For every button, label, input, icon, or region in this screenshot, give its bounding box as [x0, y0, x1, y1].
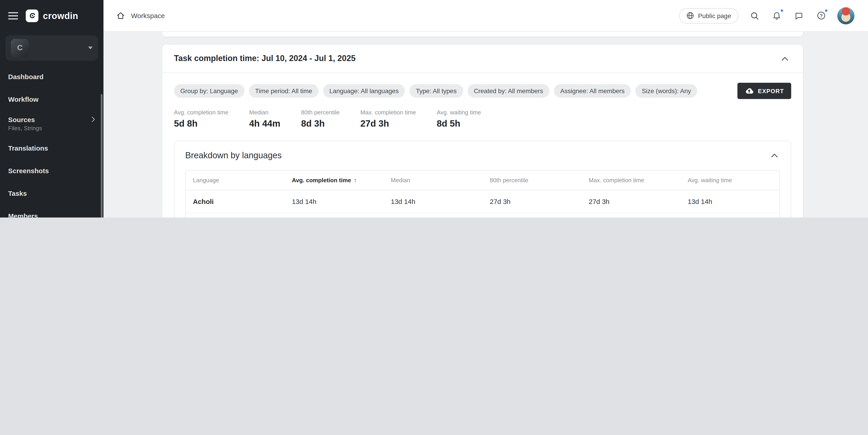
sidebar-scrollbar-thumb[interactable] [101, 94, 102, 218]
notifications-bell-icon[interactable] [771, 10, 783, 22]
cell-avg-waiting: 4d 22h [680, 213, 779, 218]
breakdown-header: Breakdown by languages [175, 141, 791, 170]
sidebar-item-sublabel: Files, Strings [8, 124, 95, 132]
task-completion-card: Task completion time: Jul 10, 2024 - Jul… [162, 45, 803, 218]
stat-value: 8d 5h [437, 118, 481, 129]
filter-chip-type[interactable]: Type: All types [410, 84, 463, 98]
stat-avg-completion: Avg. completion time 5d 8h [174, 109, 228, 129]
crowdin-logo-icon [26, 9, 38, 22]
svg-text:?: ? [819, 13, 823, 19]
cell-median: 13d 14h [383, 190, 483, 213]
cell-avg-waiting: 13d 14h [680, 190, 779, 213]
export-label: EXPORT [758, 87, 784, 94]
sidebar-item-dashboard[interactable]: Dashboard [0, 65, 103, 88]
filter-chip-time-period[interactable]: Time period: All time [249, 84, 318, 98]
sidebar-item-tasks[interactable]: Tasks [0, 182, 103, 204]
sidebar-item-workflow[interactable]: Workflow [0, 88, 103, 110]
breadcrumb: Workspace [116, 11, 165, 20]
caret-down-icon [88, 47, 93, 49]
languages-table: Language Avg. completion time↑ Median 80… [185, 170, 780, 218]
filter-chip-created-by[interactable]: Created by: All members [467, 84, 550, 98]
sidebar: crowdin C Dashboard Workflow Sources Fil… [0, 0, 103, 218]
cell-median: 1d 13h [383, 213, 483, 218]
sidebar-nav: Dashboard Workflow Sources Files, String… [0, 62, 103, 218]
column-header-median[interactable]: Median [383, 171, 483, 190]
task-completion-filters: Group by: Language Time period: All time… [174, 83, 791, 99]
stat-value: 4h 44m [249, 118, 280, 129]
sidebar-item-members[interactable]: Members [0, 204, 103, 218]
crowdin-logo-text: crowdin [43, 11, 78, 21]
messages-icon[interactable] [793, 10, 805, 22]
collapse-breakdown-button[interactable] [766, 147, 783, 164]
stat-value: 5d 8h [174, 118, 228, 129]
stat-value: 8d 3h [301, 118, 340, 129]
cell-80th-percentile: 27d 3h [483, 190, 582, 213]
sidebar-item-sources[interactable]: Sources Files, Strings [0, 110, 103, 137]
breakdown-title: Breakdown by languages [185, 151, 282, 161]
column-header-max-completion-time[interactable]: Max. completion time [582, 171, 680, 190]
cloud-upload-icon [745, 87, 754, 94]
sidebar-item-label: Sources [8, 116, 35, 123]
globe-icon [686, 12, 694, 20]
workspace-selector[interactable]: C [5, 35, 98, 61]
stat-label: Median [249, 109, 280, 116]
summary-stats: Avg. completion time 5d 8h Median 4h 44m… [174, 109, 791, 129]
filter-chip-assignee[interactable]: Assignee: All members [554, 84, 631, 98]
task-completion-header: Task completion time: Jul 10, 2024 - Jul… [162, 45, 803, 73]
public-page-label: Public page [698, 12, 731, 19]
crowdin-logo[interactable]: crowdin [26, 9, 78, 22]
breakdown-by-languages-card: Breakdown by languages Language Avg. com… [174, 141, 791, 218]
cell-language: Acholi [186, 190, 285, 213]
column-header-avg-waiting-time[interactable]: Avg. waiting time [680, 171, 779, 190]
cell-avg-completion: 13d 14h [285, 190, 383, 213]
cell-avg-completion: 4d 23h [285, 213, 383, 218]
sidebar-item-label: Tasks [8, 189, 27, 197]
stat-value: 27d 3h [360, 118, 416, 129]
table-header-row: Language Avg. completion time↑ Median 80… [186, 171, 779, 190]
menu-icon[interactable] [7, 10, 19, 21]
filter-chip-group-by[interactable]: Group by: Language [174, 84, 244, 98]
sort-ascending-icon: ↑ [354, 177, 357, 183]
filter-chip-language[interactable]: Language: All languages [323, 84, 405, 98]
sidebar-item-screenshots[interactable]: Screenshots [0, 159, 103, 182]
chevron-right-icon [92, 117, 95, 122]
main-content: Task completion time: Jul 10, 2024 - Jul… [103, 32, 868, 218]
task-completion-body: Group by: Language Time period: All time… [162, 73, 803, 218]
sidebar-item-label: Workflow [8, 95, 38, 103]
sidebar-header: crowdin [0, 0, 103, 32]
app-window: crowdin C Dashboard Workflow Sources Fil… [0, 0, 868, 218]
column-header-language[interactable]: Language [186, 171, 285, 190]
stat-avg-waiting: Avg. waiting time 8d 5h [437, 109, 481, 129]
help-icon[interactable]: ? [815, 10, 827, 22]
stat-max-completion: Max. completion time 27d 3h [360, 109, 416, 129]
collapse-task-completion-button[interactable] [777, 51, 793, 67]
sidebar-item-label: Screenshots [8, 167, 49, 174]
table-row: Acholi 13d 14h 13d 14h 27d 3h 27d 3h 13d… [186, 190, 779, 213]
user-avatar[interactable] [837, 7, 855, 24]
stat-label: Avg. completion time [174, 109, 228, 116]
sidebar-item-label: Members [8, 212, 38, 218]
sidebar-item-translations[interactable]: Translations [0, 137, 103, 159]
notification-dot [780, 8, 784, 12]
search-icon[interactable] [749, 10, 761, 22]
stat-80th-percentile: 80th percentile 8d 3h [301, 109, 340, 129]
task-completion-title: Task completion time: Jul 10, 2024 - Jul… [174, 54, 355, 63]
column-header-80th-percentile[interactable]: 80th percentile [483, 171, 582, 190]
cell-80th-percentile: 3d 8h [483, 213, 582, 218]
cell-language: Ukrainian [186, 213, 285, 218]
public-page-button[interactable]: Public page [679, 8, 738, 23]
cell-max-completion: 22d 23h [582, 213, 680, 218]
stat-label: 80th percentile [301, 109, 340, 116]
breadcrumb-workspace[interactable]: Workspace [131, 12, 165, 20]
sidebar-item-label: Dashboard [8, 72, 43, 80]
filter-chip-size[interactable]: Size (words): Any [636, 84, 698, 98]
home-icon[interactable] [116, 11, 125, 20]
topbar: Workspace Public page [103, 0, 868, 32]
stat-label: Max. completion time [360, 109, 416, 116]
column-header-avg-completion-time[interactable]: Avg. completion time↑ [285, 171, 383, 190]
table-row: Ukrainian 4d 23h 1d 13h 3d 8h 22d 23h 4d… [186, 213, 779, 218]
export-button[interactable]: EXPORT [738, 83, 791, 99]
workspace-avatar: C [11, 39, 29, 57]
previous-card-edge [162, 32, 803, 37]
notification-dot [824, 8, 828, 12]
